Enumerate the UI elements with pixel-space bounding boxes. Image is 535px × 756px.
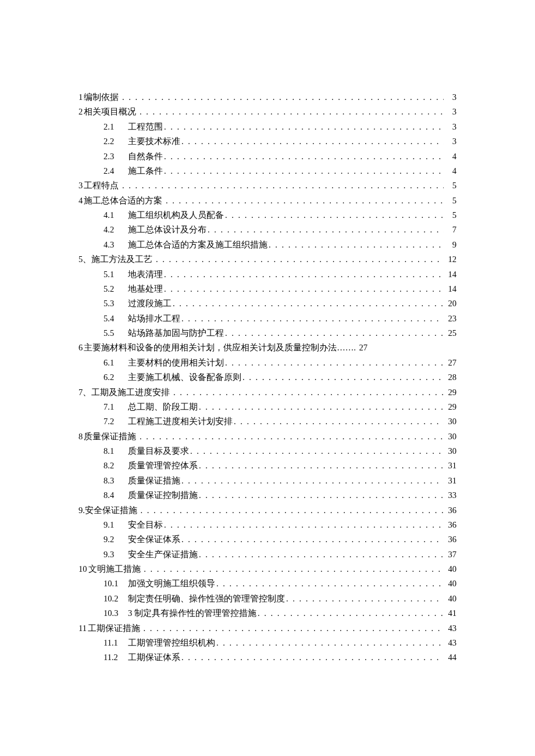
toc-entry-number: 8 bbox=[79, 429, 83, 444]
toc-entry: 11.1工期管理管控组织机构43 bbox=[79, 636, 456, 650]
toc-entry-title: 主要技术标准 bbox=[128, 134, 180, 149]
toc-entry: 5.5站场路基加固与防护工程25 bbox=[79, 326, 456, 341]
toc-entry-number: 5.1 bbox=[104, 267, 128, 282]
toc-leader-dots bbox=[234, 414, 444, 429]
toc-leader-dots bbox=[144, 562, 444, 576]
toc-entry-page: 5 bbox=[445, 194, 456, 208]
toc-entry-number: 11.2 bbox=[104, 650, 128, 665]
toc-leader-dots bbox=[190, 444, 444, 458]
toc-entry: 7.1总工期、阶段工期29 bbox=[79, 400, 456, 414]
toc-entry-title: 工期管理管控组织机构 bbox=[128, 636, 215, 650]
toc-entry-page: 25 bbox=[445, 326, 456, 341]
toc-entry-number: 7.1 bbox=[104, 400, 128, 414]
table-of-contents: 1 编制依据 32 相关项目概况 32.1工程范围32.2主要技术标准32.3自… bbox=[79, 90, 456, 665]
toc-entry: 8.4质量保证控制措施33 bbox=[79, 488, 456, 503]
toc-leader-dots bbox=[199, 488, 444, 503]
toc-entry: 5.3过渡段施工20 bbox=[79, 296, 456, 311]
toc-entry-title: 制定责任明确、操作性强的管理管控制度 bbox=[128, 592, 285, 606]
toc-entry-page: 36 bbox=[445, 532, 456, 547]
toc-entry-title: 施工总体合适的方案 bbox=[84, 194, 162, 208]
toc-entry-title: 安全保证措施 bbox=[85, 503, 137, 518]
toc-entry: 5、施工方法及工艺 12 bbox=[79, 252, 456, 267]
toc-entry: 11.2工期保证体系44 bbox=[79, 650, 456, 665]
toc-entry-page: 20 bbox=[445, 296, 456, 311]
toc-entry-page: 9 bbox=[445, 238, 456, 252]
toc-entry-number: 8.3 bbox=[104, 474, 128, 488]
toc-entry: 9.3安全生产保证措施37 bbox=[79, 547, 456, 562]
toc-leader-dots bbox=[140, 105, 444, 119]
toc-entry-title: 地基处理 bbox=[128, 282, 163, 296]
toc-entry-number: 7、 bbox=[79, 385, 91, 400]
toc-entry-number: 1 bbox=[79, 90, 83, 105]
toc-leader-dots bbox=[164, 518, 444, 532]
toc-entry: 7.2工程施工进度相关计划安排30 bbox=[79, 414, 456, 429]
toc-leader-dots bbox=[181, 650, 444, 665]
toc-entry-number: 3 bbox=[79, 178, 83, 193]
toc-leader-dots bbox=[164, 120, 444, 134]
toc-entry-page: 3 bbox=[445, 120, 456, 134]
toc-entry-number: 4.3 bbox=[104, 238, 128, 252]
toc-entry-page: 40 bbox=[445, 562, 456, 576]
toc-leader-dots bbox=[286, 592, 444, 606]
toc-entry: 6.2主要施工机械、设备配备原则28 bbox=[79, 370, 456, 385]
toc-leader-dots bbox=[216, 636, 444, 650]
toc-entry-page: 3 bbox=[445, 105, 456, 119]
toc-leader-dots bbox=[225, 326, 444, 341]
toc-leader-dots bbox=[199, 547, 444, 562]
toc-entry-number: 9.3 bbox=[104, 547, 128, 562]
toc-entry-page: 30 bbox=[445, 414, 456, 429]
toc-entry-number: 10.2 bbox=[104, 592, 128, 606]
toc-entry-title: 工期及施工进度安排 bbox=[91, 385, 170, 400]
toc-entry-title: 地表清理 bbox=[128, 267, 163, 282]
toc-entry: 4 施工总体合适的方案 5 bbox=[79, 194, 456, 208]
toc-entry-number: 2.1 bbox=[104, 120, 128, 134]
toc-entry-title: 站场排水工程 bbox=[128, 311, 180, 326]
toc-entry-title: 3 制定具有操作性的管理管控措施 bbox=[128, 606, 256, 621]
toc-leader-dots bbox=[199, 458, 444, 473]
toc-entry-number: 4.1 bbox=[104, 208, 128, 223]
toc-entry-page: 43 bbox=[445, 636, 456, 650]
toc-leader-dots bbox=[181, 311, 444, 326]
toc-entry: 8.2质量管理管控体系31 bbox=[79, 458, 456, 473]
toc-entry-number: 6.1 bbox=[104, 356, 128, 370]
toc-entry: 11 工期保证措施 43 bbox=[79, 621, 456, 636]
toc-entry-page: 31 bbox=[445, 458, 456, 473]
toc-entry-title: 施工组织机构及人员配备 bbox=[128, 208, 224, 223]
toc-entry: 5.4站场排水工程23 bbox=[79, 311, 456, 326]
toc-entry-page: 41 bbox=[445, 606, 456, 621]
toc-entry-number: 2.2 bbox=[104, 134, 128, 149]
toc-entry-page: 5 bbox=[445, 208, 456, 223]
toc-entry-title: 相关项目概况 bbox=[84, 105, 136, 119]
toc-entry: 6 主要施材料和设备的使用相关计划，供应相关计划及质量控制办法……. 27 bbox=[79, 341, 456, 355]
toc-entry-number: 10.1 bbox=[104, 576, 128, 591]
toc-entry-page: 4 bbox=[445, 149, 456, 164]
toc-entry-number: 5.4 bbox=[104, 311, 128, 326]
toc-entry: 4.1施工组织机构及人员配备5 bbox=[79, 208, 456, 223]
toc-entry-number: 4 bbox=[79, 194, 83, 208]
toc-entry-page: 43 bbox=[445, 621, 456, 636]
toc-entry-title: 工期保证措施 bbox=[88, 621, 140, 636]
toc-entry-title: 过渡段施工 bbox=[128, 296, 172, 311]
toc-entry: 9.1安全目标36 bbox=[79, 518, 456, 532]
toc-entry-number: 11.1 bbox=[104, 636, 128, 650]
toc-entry-number: 5.2 bbox=[104, 282, 128, 296]
toc-leader-dots bbox=[181, 134, 444, 149]
toc-entry-title: 站场路基加固与防护工程 bbox=[128, 326, 224, 341]
toc-entry-page: 12 bbox=[445, 252, 456, 267]
toc-entry-number: 5、 bbox=[79, 252, 91, 267]
toc-entry: 1 编制依据 3 bbox=[79, 90, 456, 105]
toc-entry-title: 工程范围 bbox=[128, 120, 163, 134]
toc-entry-number: 5.3 bbox=[104, 296, 128, 311]
toc-leader-dots bbox=[164, 282, 444, 296]
toc-leader-dots bbox=[164, 149, 444, 164]
toc-leader-dots bbox=[225, 356, 444, 370]
toc-entry-page: 29 bbox=[445, 385, 456, 400]
toc-entry-page: 36 bbox=[445, 503, 456, 518]
toc-entry-number: 6 bbox=[79, 341, 83, 355]
toc-leader-dots bbox=[144, 621, 444, 636]
toc-entry: 2.1工程范围3 bbox=[79, 120, 456, 134]
toc-entry-number: 9.1 bbox=[104, 518, 128, 532]
toc-entry-page: 29 bbox=[445, 400, 456, 414]
toc-leader-dots bbox=[173, 296, 444, 311]
toc-leader-dots bbox=[164, 164, 444, 178]
